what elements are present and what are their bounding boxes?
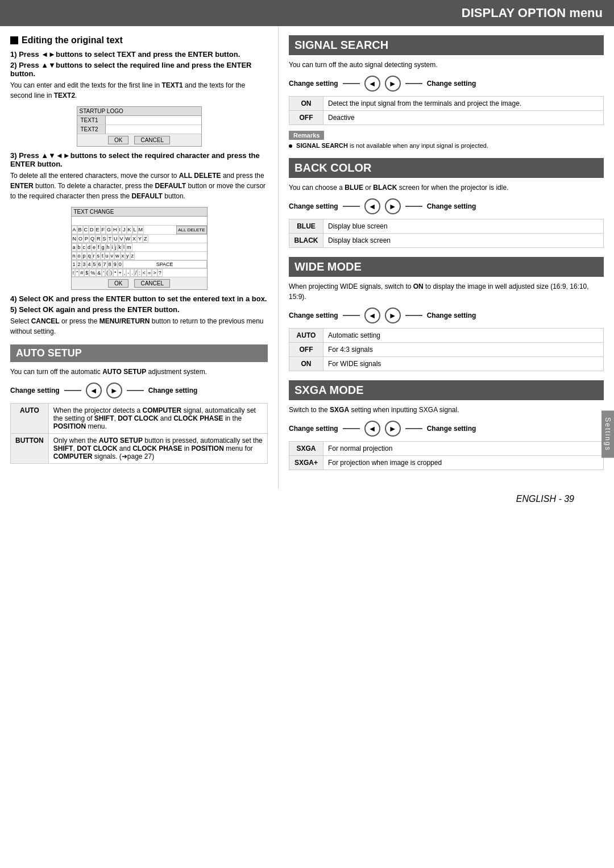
wm-auto-label: AUTO: [289, 329, 323, 343]
text-change-header: TEXT CHANGE: [72, 207, 207, 217]
sxgaplus-row: SXGA+ For projection when image is cropp…: [289, 456, 604, 470]
text2-row: TEXT2: [77, 125, 201, 134]
sxga-dash-left: [343, 428, 360, 429]
sxga-change-label-left: Change setting: [289, 425, 338, 433]
startup-logo-box: STARTUP LOGO TEXT1 TEXT2 OK CANCEL: [77, 106, 202, 147]
cancel-button[interactable]: CANCEL: [134, 136, 170, 144]
text-change-buttons: OK CANCEL: [72, 277, 207, 289]
wm-right-arrow-icon[interactable]: ►: [385, 308, 401, 323]
auto-setup-table: AUTO When the projector detects a COMPUT…: [10, 403, 268, 464]
bc-dash-left: [343, 206, 360, 207]
bc-dash-right: [405, 206, 422, 207]
wm-dash-right: [405, 315, 422, 316]
wm-on-label: ON: [289, 357, 323, 371]
bc-black-label: BLACK: [289, 234, 323, 248]
step-3-heading: 3) Press ▲▼◄►buttons to select the requi…: [10, 151, 268, 168]
change-setting-label-right: Change setting: [148, 387, 198, 394]
ss-on-value: Detect the input signal from the termina…: [323, 97, 604, 111]
auto-setup-description: You can turn off the automatic AUTO SETU…: [10, 367, 268, 377]
wide-mode-table: AUTO Automatic setting OFF For 4:3 signa…: [289, 328, 604, 371]
ss-off-label: OFF: [289, 111, 323, 125]
auto-label: AUTO: [11, 404, 49, 434]
left-arrow-icon[interactable]: ◄: [86, 383, 102, 398]
auto-row: AUTO When the projector detects a COMPUT…: [11, 404, 268, 434]
page-title: DISPLAY OPTION menu: [462, 6, 603, 20]
remarks-text: SIGNAL SEARCH is not available when any …: [289, 142, 604, 149]
bc-black-value: Display black screen: [323, 234, 604, 248]
sxga-row: SXGA For normal projection: [289, 442, 604, 456]
settings-tab: Settings: [601, 410, 614, 458]
step-2-body: You can enter and edit the texts for the…: [10, 80, 268, 101]
bc-blue-label: BLUE: [289, 219, 323, 234]
ss-right-arrow-icon[interactable]: ►: [385, 76, 401, 92]
ss-left-arrow-icon[interactable]: ◄: [364, 76, 380, 92]
back-color-change-setting: Change setting ◄ ► Change setting: [289, 198, 604, 214]
ss-change-label-right: Change setting: [427, 80, 476, 88]
change-setting-label-left: Change setting: [10, 387, 60, 394]
wm-change-label-right: Change setting: [427, 312, 476, 319]
bc-left-arrow-icon[interactable]: ◄: [364, 198, 380, 214]
button-row: BUTTON Only when the AUTO SETUP button i…: [11, 434, 268, 464]
ss-dash-right: [405, 83, 422, 84]
step-2-heading: 2) Press ▲▼buttons to select the require…: [10, 61, 268, 78]
startup-logo-header: STARTUP LOGO: [77, 107, 201, 116]
chars-row-1: ABCDEFGHIJKLM ALL DELETE: [72, 226, 207, 235]
back-color-title: BACK COLOR: [289, 158, 604, 178]
ss-change-label-left: Change setting: [289, 80, 338, 88]
sxga-left-arrow-icon[interactable]: ◄: [364, 421, 380, 437]
wm-auto-value: Automatic setting: [323, 329, 604, 343]
auto-setup-title: AUTO SETUP: [10, 344, 268, 362]
sxga-mode-change-setting: Change setting ◄ ► Change setting: [289, 421, 604, 437]
wm-on-value: For WIDE signals: [323, 357, 604, 371]
remarks-label: Remarks: [289, 131, 604, 142]
bc-change-label-left: Change setting: [289, 202, 338, 210]
sxgaplus-value: For projection when image is cropped: [323, 456, 604, 470]
right-arrow-icon[interactable]: ►: [106, 383, 122, 398]
text2-label: TEXT2: [77, 125, 106, 134]
text-change-box: TEXT CHANGE ABCDEFGHIJKLM ALL DELETE NOP…: [71, 207, 208, 290]
signal-search-desc: You can turn off the auto signal detecti…: [289, 60, 604, 70]
text1-value: [106, 116, 201, 124]
auto-setup-change-setting: Change setting ◄ ► Change setting: [10, 383, 268, 398]
cursor-row: [72, 217, 207, 226]
wm-off-row: OFF For 4:3 signals: [289, 343, 604, 357]
sxga-right-arrow-icon[interactable]: ►: [385, 421, 401, 437]
wm-off-value: For 4:3 signals: [323, 343, 604, 357]
startup-logo-buttons: OK CANCEL: [77, 134, 201, 146]
wide-mode-change-setting: Change setting ◄ ► Change setting: [289, 308, 604, 323]
dash-line-left: [64, 390, 81, 391]
wm-auto-row: AUTO Automatic setting: [289, 329, 604, 343]
sxga-mode-desc: Switch to the SXGA setting when inputtin…: [289, 405, 604, 415]
signal-search-section: SIGNAL SEARCH You can turn off the auto …: [289, 35, 604, 149]
ss-on-row: ON Detect the input signal from the term…: [289, 97, 604, 111]
tc-cancel-button[interactable]: CANCEL: [134, 279, 170, 288]
step-5-body: Select CANCEL or press the MENU/RETURN b…: [10, 316, 268, 337]
back-color-section: BACK COLOR You can choose a BLUE or BLAC…: [289, 158, 604, 248]
bc-right-arrow-icon[interactable]: ►: [385, 198, 401, 214]
sxga-change-label-right: Change setting: [427, 425, 476, 433]
sxga-value: For normal projection: [323, 442, 604, 456]
dash-line-right: [127, 390, 144, 391]
wm-on-row: ON For WIDE signals: [289, 357, 604, 371]
ss-on-label: ON: [289, 97, 323, 111]
bullet-icon: [289, 144, 292, 148]
editing-title: Editing the original text: [10, 35, 268, 45]
back-color-desc: You can choose a BLUE or BLACK screen fo…: [289, 182, 604, 193]
sxga-dash-right: [405, 428, 422, 429]
bc-blue-value: Display blue screen: [323, 219, 604, 234]
chars-row-5: 1234567890SPACE: [72, 260, 207, 269]
bc-blue-row: BLUE Display blue screen: [289, 219, 604, 234]
chars-row-2: NOPQRSTUVWXYZ: [72, 235, 207, 243]
tc-ok-button[interactable]: OK: [108, 279, 128, 288]
step-4-heading: 4) Select OK and press the ENTER button …: [10, 294, 268, 303]
back-color-table: BLUE Display blue screen BLACK Display b…: [289, 219, 604, 248]
bc-black-row: BLACK Display black screen: [289, 234, 604, 248]
all-delete-button[interactable]: ALL DELETE: [176, 226, 206, 234]
wm-left-arrow-icon[interactable]: ◄: [364, 308, 380, 323]
sxgaplus-label: SXGA+: [289, 456, 323, 470]
page-header: DISPLAY OPTION menu: [0, 0, 614, 26]
text2-value: [106, 125, 201, 134]
signal-search-title: SIGNAL SEARCH: [289, 35, 604, 55]
ok-button[interactable]: OK: [108, 136, 128, 144]
page-footer: ENGLISH - 39: [0, 488, 614, 510]
